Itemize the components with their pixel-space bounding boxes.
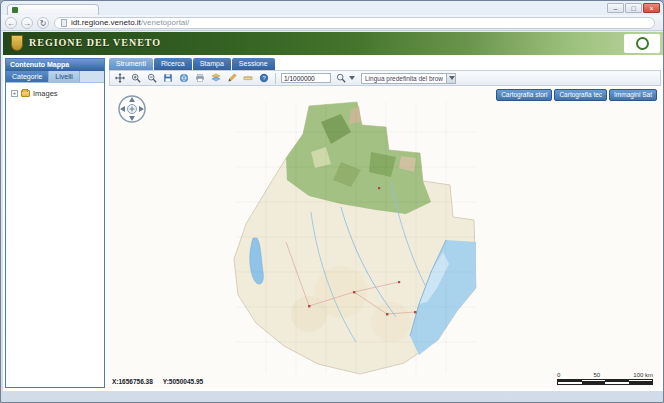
app-title: REGIONE DEL VENETO — [29, 37, 161, 48]
zoom-in-icon[interactable] — [130, 72, 142, 84]
window-controls: – □ × — [606, 3, 660, 13]
region-crest-icon — [11, 35, 23, 51]
scalebar-label-100: 100 km — [633, 372, 653, 378]
address-bar[interactable]: idt.regione.veneto.it /venetoportal/ — [54, 17, 655, 29]
expander-icon[interactable]: + — [11, 90, 18, 97]
basemap-immagini-sat-button[interactable]: Immagini Sat — [609, 89, 657, 101]
help-icon[interactable]: ? — [258, 72, 270, 84]
map-toolbar: ? Lingua predefinita del brow — [109, 70, 661, 86]
map-scalebar: 0 50 100 km — [557, 372, 653, 385]
zoom-out-icon[interactable] — [146, 72, 158, 84]
language-select[interactable]: Lingua predefinita del brow — [361, 73, 456, 84]
coordinate-y: Y:5050045.95 — [163, 378, 203, 385]
browser-tab[interactable] — [7, 4, 99, 15]
chevron-down-icon[interactable] — [349, 76, 355, 80]
tab-livelli[interactable]: Livelli — [49, 71, 80, 82]
basemap-buttons: Cartografia stori Cartografia tec Immagi… — [494, 89, 657, 101]
tree-item-label: Images — [33, 89, 58, 98]
language-dropdown-button[interactable] — [446, 74, 455, 83]
browser-toolbar: ← → ↻ idt.regione.veneto.it /venetoporta… — [1, 15, 663, 31]
tab-strumenti[interactable]: Strumenti — [109, 58, 153, 70]
toolbar-separator — [275, 73, 276, 84]
panel-title: Contenuto Mappa — [6, 59, 104, 71]
app-body: Contenuto Mappa Categorie Livelli + Imag… — [3, 55, 663, 391]
compass-control[interactable] — [117, 94, 147, 128]
basemap-cartografia-tecnica-button[interactable]: Cartografia tec — [554, 89, 607, 101]
logo-ring-icon — [636, 37, 649, 50]
browser-titlebar: – □ × — [1, 1, 663, 15]
header-photo — [359, 32, 663, 55]
tab-stampa[interactable]: Stampa — [193, 58, 231, 70]
scalebar-label-50: 50 — [593, 372, 600, 378]
tab-sessione[interactable]: Sessione — [232, 58, 275, 70]
save-icon[interactable] — [162, 72, 174, 84]
partner-logo — [624, 34, 660, 53]
tab-categorie[interactable]: Categorie — [6, 71, 49, 82]
close-button[interactable]: × — [643, 3, 660, 13]
url-path: /venetoportal/ — [141, 18, 189, 27]
layers-icon[interactable] — [210, 72, 222, 84]
back-button[interactable]: ← — [5, 17, 17, 29]
scalebar-label-0: 0 — [557, 372, 560, 378]
tree-item-images[interactable]: + Images — [11, 89, 104, 98]
search-icon[interactable] — [335, 72, 347, 84]
app-header: REGIONE DEL VENETO — [3, 32, 663, 55]
tab-ricerca[interactable]: Ricerca — [154, 58, 192, 70]
globe-refresh-icon[interactable] — [178, 72, 190, 84]
print-icon[interactable] — [194, 72, 206, 84]
svg-text:?: ? — [262, 74, 266, 81]
reload-button[interactable]: ↻ — [37, 17, 49, 29]
chevron-down-icon — [449, 76, 455, 80]
pan-icon[interactable] — [114, 72, 126, 84]
url-host: idt.regione.veneto.it — [71, 18, 141, 27]
maximize-button[interactable]: □ — [625, 3, 642, 13]
map-image[interactable] — [191, 92, 491, 386]
site-favicon-icon — [12, 7, 18, 13]
draw-icon[interactable] — [226, 72, 238, 84]
forward-button[interactable]: → — [21, 17, 33, 29]
ribbon-tabs: Strumenti Ricerca Stampa Sessione — [109, 58, 276, 70]
map-canvas[interactable]: Cartografia stori Cartografia tec Immagi… — [109, 86, 661, 388]
scalebar-bar-bottom — [557, 382, 653, 385]
page-icon — [61, 19, 67, 27]
basemap-cartografia-storica-button[interactable]: Cartografia stori — [496, 89, 552, 101]
coordinate-readout: X:1656756.38Y:5050045.95 — [112, 378, 213, 385]
folder-icon — [21, 90, 30, 97]
browser-window: – □ × ← → ↻ idt.regione.veneto.it /venet… — [0, 0, 664, 403]
minimize-button[interactable]: – — [607, 3, 624, 13]
language-value: Lingua predefinita del brow — [365, 75, 443, 82]
layer-tree: + Images — [6, 89, 104, 98]
coordinate-x: X:1656756.38 — [112, 378, 153, 385]
scale-input[interactable] — [281, 73, 331, 83]
map-contents-panel: Contenuto Mappa Categorie Livelli + Imag… — [5, 58, 105, 388]
panel-tabs: Categorie Livelli — [6, 71, 104, 83]
measure-icon[interactable] — [242, 72, 254, 84]
